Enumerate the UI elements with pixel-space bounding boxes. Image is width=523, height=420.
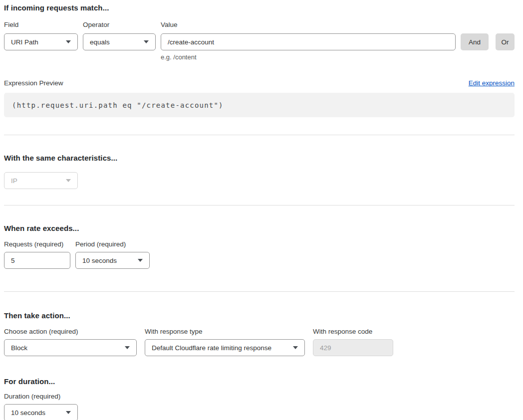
divider — [4, 135, 515, 135]
choose-action-label: Choose action (required) — [4, 328, 137, 335]
caret-down-icon — [66, 179, 71, 182]
field-select-value: URI Path — [11, 38, 38, 46]
operator-select[interactable]: equals — [83, 33, 156, 50]
caret-down-icon — [138, 259, 143, 262]
expression-preview-box: (http.request.uri.path eq "/create-accou… — [4, 93, 515, 117]
divider — [4, 291, 515, 292]
action-controls-row: Block Default Cloudflare rate limiting r… — [4, 339, 515, 356]
expression-preview-label: Expression Preview — [4, 79, 63, 87]
characteristic-select-value: IP — [11, 177, 17, 185]
field-select[interactable]: URI Path — [4, 33, 78, 50]
response-type-label: With response type — [145, 328, 305, 335]
response-type-select[interactable]: Default Cloudflare rate limiting respons… — [145, 339, 305, 356]
caret-down-icon — [66, 411, 71, 414]
caret-down-icon — [144, 40, 149, 43]
duration-label: Duration (required) — [4, 393, 515, 400]
section-heading-characteristics: With the same characteristics... — [4, 154, 515, 163]
period-select-value: 10 seconds — [82, 257, 117, 264]
and-button[interactable]: And — [461, 33, 489, 50]
value-input[interactable] — [161, 33, 456, 50]
duration-select-value: 10 seconds — [11, 409, 45, 417]
choose-action-select[interactable]: Block — [4, 339, 137, 356]
rate-labels-row: Requests (required) Period (required) — [4, 240, 515, 248]
action-labels-row: Choose action (required) With response t… — [4, 328, 515, 335]
section-heading-duration: For duration... — [4, 377, 515, 386]
caret-down-icon — [293, 346, 298, 349]
or-button[interactable]: Or — [496, 33, 515, 50]
response-type-select-value: Default Cloudflare rate limiting respons… — [152, 344, 271, 352]
response-code-label: With response code — [313, 328, 372, 335]
characteristic-select[interactable]: IP — [4, 172, 78, 189]
requests-label: Requests (required) — [4, 240, 70, 248]
period-label: Period (required) — [75, 240, 126, 248]
divider — [4, 205, 515, 206]
period-select[interactable]: 10 seconds — [75, 252, 150, 269]
caret-down-icon — [125, 346, 130, 349]
rate-controls-row: 10 seconds — [4, 252, 515, 269]
field-label: Field — [4, 21, 78, 28]
value-group: Value e.g. /content — [161, 21, 456, 61]
rate-limiting-rule-form: If incoming requests match... Field URI … — [0, 0, 523, 420]
expression-preview-header: Expression Preview Edit expression — [4, 79, 515, 87]
section-heading-action: Then take action... — [4, 311, 515, 320]
choose-action-select-value: Block — [11, 344, 27, 352]
and-or-buttons: And Or — [456, 33, 515, 50]
requests-input[interactable] — [4, 252, 70, 269]
value-helper-text: e.g. /content — [161, 53, 456, 61]
operator-select-value: equals — [90, 38, 110, 46]
expression-preview-code: (http.request.uri.path eq "/create-accou… — [12, 101, 224, 109]
section-heading-rate: When rate exceeds... — [4, 224, 515, 233]
field-group: Field URI Path — [4, 21, 78, 50]
operator-group: Operator equals — [83, 21, 156, 50]
operator-label: Operator — [83, 21, 156, 28]
section-heading-match: If incoming requests match... — [4, 3, 515, 12]
value-label: Value — [161, 21, 456, 28]
edit-expression-link[interactable]: Edit expression — [469, 79, 515, 87]
response-code-input — [313, 339, 393, 356]
match-expression-row: Field URI Path Operator equals Value e.g… — [4, 21, 515, 61]
caret-down-icon — [66, 40, 71, 43]
duration-select[interactable]: 10 seconds — [4, 404, 78, 420]
